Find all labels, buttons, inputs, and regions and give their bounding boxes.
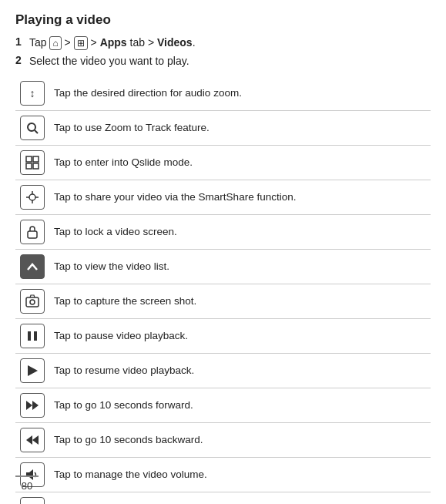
feature-description: Tap to enter into Qslide mode. <box>49 146 431 180</box>
table-row: Tap to manage the video volume. <box>15 458 431 492</box>
svg-rect-12 <box>28 231 37 238</box>
table-row: Tap to go 10 seconds backward. <box>15 423 431 458</box>
table-row: Tap to share your video via the SmartSha… <box>15 180 431 215</box>
icon-cell <box>15 146 49 180</box>
page-title: Playing a video <box>15 12 431 28</box>
page-number: 80 <box>15 475 39 492</box>
svg-text:↕: ↕ <box>30 87 35 99</box>
table-row: Tap to change the ratio of the video scr… <box>15 492 431 504</box>
svg-point-1 <box>28 123 35 131</box>
svg-marker-18 <box>26 401 32 410</box>
feature-description: Tap the desired direction for audio zoom… <box>49 76 431 111</box>
backward-icon <box>20 428 45 452</box>
lock-icon <box>20 220 45 244</box>
feature-description: Tap to go 10 seconds forward. <box>49 388 431 423</box>
icon-cell <box>15 423 49 458</box>
zoom-track-icon <box>20 116 45 140</box>
table-row: Tap to pause video playback. <box>15 319 431 354</box>
feature-description: Tap to change the ratio of the video scr… <box>49 492 431 504</box>
table-row: Tap to capture the screen shot. <box>15 284 431 319</box>
svg-rect-3 <box>26 156 32 162</box>
ratio-icon <box>20 497 45 504</box>
svg-rect-4 <box>33 156 39 162</box>
forward-icon <box>20 393 45 418</box>
table-row: Tap to lock a video screen. <box>15 215 431 250</box>
svg-rect-6 <box>33 163 39 169</box>
feature-description: Tap to view the video list. <box>49 250 431 284</box>
svg-point-7 <box>29 194 35 200</box>
feature-description: Tap to go 10 seconds backward. <box>49 423 431 458</box>
feature-description: Tap to manage the video volume. <box>49 458 431 492</box>
table-row: Tap to go 10 seconds forward. <box>15 388 431 423</box>
feature-description: Tap to capture the screen shot. <box>49 284 431 319</box>
icon-cell <box>15 215 49 250</box>
feature-description: Tap to share your video via the SmartSha… <box>49 180 431 215</box>
feature-description: Tap to lock a video screen. <box>49 215 431 250</box>
icon-cell <box>15 180 49 215</box>
screenshot-icon <box>20 289 45 314</box>
icon-cell <box>15 354 49 388</box>
feature-description: Tap to resume video playback. <box>49 354 431 388</box>
icon-cell <box>15 492 49 504</box>
feature-description: Tap to pause video playback. <box>49 319 431 354</box>
step-1: 1 Tap ⌂ > ⊞ > Apps tab > Videos. <box>15 35 431 51</box>
svg-marker-17 <box>28 365 38 376</box>
steps-section: 1 Tap ⌂ > ⊞ > Apps tab > Videos. 2 Selec… <box>15 35 431 69</box>
pause-icon <box>20 324 45 348</box>
audio-zoom-icon: ↕ <box>20 81 45 106</box>
svg-rect-5 <box>26 163 32 169</box>
icon-cell <box>15 388 49 423</box>
svg-line-2 <box>35 130 38 133</box>
svg-rect-16 <box>34 331 37 341</box>
icon-cell <box>15 250 49 284</box>
smartshare-icon <box>20 185 45 210</box>
svg-marker-19 <box>32 401 39 410</box>
list-icon <box>20 254 45 279</box>
step-1-text: Tap ⌂ > ⊞ > Apps tab > Videos. <box>29 35 196 51</box>
qslide-icon <box>20 150 45 175</box>
icon-cell <box>15 319 49 354</box>
icon-cell <box>15 111 49 146</box>
step-1-num: 1 <box>15 35 26 48</box>
svg-rect-15 <box>28 331 31 341</box>
svg-marker-21 <box>26 435 32 445</box>
table-row: Tap to resume video playback. <box>15 354 431 388</box>
step-2-num: 2 <box>15 54 26 66</box>
step-2-text: Select the video you want to play. <box>29 54 189 69</box>
table-row: Tap to enter into Qslide mode. <box>15 146 431 180</box>
svg-marker-20 <box>32 435 39 445</box>
svg-rect-13 <box>26 297 39 307</box>
icon-cell <box>15 284 49 319</box>
features-table: ↕Tap the desired direction for audio zoo… <box>15 76 431 504</box>
play-icon <box>20 358 45 383</box>
svg-point-14 <box>30 300 35 304</box>
feature-description: Tap to use Zoom to Track feature. <box>49 111 431 146</box>
step-2: 2 Select the video you want to play. <box>15 54 431 69</box>
table-row: Tap to use Zoom to Track feature. <box>15 111 431 146</box>
icon-cell: ↕ <box>15 76 49 111</box>
table-row: ↕Tap the desired direction for audio zoo… <box>15 76 431 111</box>
table-row: Tap to view the video list. <box>15 250 431 284</box>
